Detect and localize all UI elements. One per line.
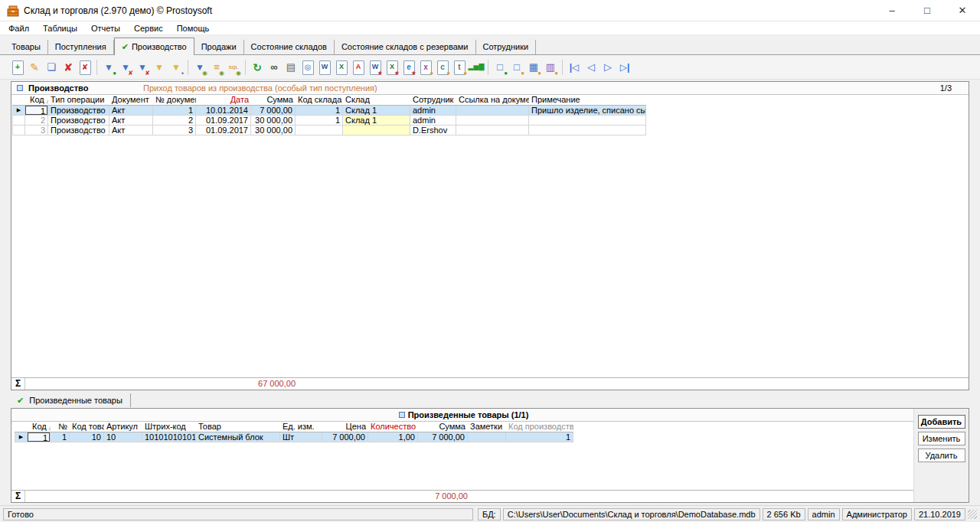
column-header[interactable]: Код склада — [296, 95, 343, 105]
table-row[interactable]: 2ПроизводствоАкт201.09.201730 000,001Скл… — [12, 116, 646, 126]
cell[interactable]: Склад 1 — [343, 116, 410, 126]
cell[interactable]: 1 — [25, 106, 48, 116]
table-row[interactable]: ▶1110101010101010101Системный блокШт7 00… — [15, 432, 573, 442]
cell[interactable]: Пришло изделие, списано сырье — [529, 106, 646, 116]
cell[interactable] — [529, 126, 646, 135]
export-excel-template-icon[interactable]: X★ — [384, 58, 400, 77]
copy-record-icon[interactable]: ❏ — [43, 58, 60, 77]
maximize-button[interactable]: □ — [910, 0, 945, 21]
delete-record-icon[interactable]: ✘ — [60, 58, 77, 77]
column-header[interactable]: Документ — [109, 95, 153, 105]
export-excel-icon[interactable]: X — [333, 58, 350, 77]
set-filter-icon[interactable]: ▼● — [100, 58, 117, 77]
resize-grip[interactable] — [968, 510, 977, 519]
cell[interactable]: 1 — [28, 432, 51, 442]
cell[interactable]: D.Ershov — [410, 126, 456, 135]
column-header[interactable]: Количество — [368, 422, 418, 432]
minimize-button[interactable]: – — [874, 0, 910, 21]
column-header[interactable]: Штрих-код — [142, 422, 196, 432]
cell[interactable]: Акт — [109, 116, 153, 126]
cell[interactable]: 3 — [25, 126, 48, 135]
table-settings-icon[interactable]: ▦● — [525, 58, 542, 77]
column-header[interactable]: № — [51, 422, 70, 432]
column-header[interactable]: Артикул — [104, 422, 142, 432]
cell[interactable]: 1 — [153, 106, 196, 116]
cell[interactable]: Производство — [48, 126, 109, 135]
cell[interactable]: 1,00 — [368, 432, 418, 442]
cell[interactable]: Акт — [109, 106, 153, 116]
cell[interactable]: 1 — [51, 432, 70, 442]
column-header[interactable]: Дата — [196, 95, 251, 105]
cell[interactable]: 3 — [153, 126, 196, 135]
column-header[interactable]: Код△ — [25, 95, 48, 105]
tab-1[interactable]: Поступления — [48, 40, 114, 54]
tab-3[interactable]: Продажи — [194, 40, 244, 54]
cell[interactable]: 01.09.2017 — [196, 116, 251, 126]
column-header[interactable]: Код производства — [506, 422, 573, 432]
cell[interactable]: Производство — [48, 116, 109, 126]
cell[interactable]: 7 000,00 — [418, 432, 468, 442]
export-word-template-icon[interactable]: W★ — [367, 58, 384, 77]
table-row[interactable]: ▶1ПроизводствоАкт110.01.20147 000,001Скл… — [12, 106, 646, 116]
cell[interactable]: Производство — [48, 106, 109, 116]
cell[interactable] — [343, 126, 410, 135]
cell[interactable]: 7 000,00 — [322, 432, 368, 442]
cell[interactable]: 30 000,00 — [251, 116, 296, 126]
nav-prev-icon[interactable]: ◁ — [583, 58, 599, 77]
cell[interactable]: 2 — [25, 116, 48, 126]
column-header[interactable]: Сотрудник — [410, 95, 456, 105]
menu-item-0[interactable]: Файл — [2, 23, 36, 34]
column-header[interactable]: Тип операции — [48, 95, 109, 105]
tab-6[interactable]: Сотрудники — [476, 40, 537, 54]
cell[interactable]: 7 000,00 — [251, 106, 296, 116]
save-filter-icon[interactable]: ▼▪ — [168, 58, 185, 77]
export-pdf-icon[interactable]: A — [350, 58, 367, 77]
edit-button[interactable]: Изменить — [918, 432, 965, 445]
column-header[interactable]: Сумма — [251, 95, 296, 105]
column-header[interactable]: Ссылка на документ — [456, 95, 529, 105]
delete-filtered-icon[interactable]: ✘ — [77, 58, 93, 77]
menu-item-1[interactable]: Таблицы — [36, 23, 84, 34]
refresh-icon[interactable]: ↻ — [249, 58, 266, 77]
nav-next-icon[interactable]: ▷ — [599, 58, 616, 77]
table-row[interactable]: 3ПроизводствоАкт301.09.201730 000,00D.Er… — [12, 126, 646, 135]
quick-filter-icon[interactable]: ▼ — [151, 58, 168, 77]
cell[interactable] — [468, 432, 506, 442]
cell[interactable]: Системный блок — [196, 432, 280, 442]
delete-button[interactable]: Удалить — [918, 449, 965, 462]
tab-2[interactable]: ✔Производство — [114, 38, 194, 55]
cell[interactable] — [456, 116, 529, 126]
cell[interactable]: admin — [410, 106, 456, 116]
column-header[interactable]: Сумма — [418, 422, 468, 432]
tab-4[interactable]: Состояние складов — [244, 40, 335, 54]
find-icon[interactable]: ∞ — [266, 58, 283, 77]
row-selector[interactable] — [12, 116, 25, 126]
remove-filter-icon[interactable]: ▼✘ — [117, 58, 134, 77]
filter-visible-icon[interactable]: ▼◉ — [191, 58, 208, 77]
cell[interactable]: admin — [410, 116, 456, 126]
cell[interactable]: 1 — [506, 432, 573, 442]
cell[interactable]: 30 000,00 — [251, 126, 296, 135]
tab-0[interactable]: Товары — [5, 40, 48, 54]
print-icon[interactable]: ▤ — [283, 58, 299, 77]
clear-filter-icon[interactable]: ▼✘ — [134, 58, 151, 77]
form-edit-icon[interactable]: □● — [508, 58, 525, 77]
cell[interactable]: 10 — [104, 432, 142, 442]
close-button[interactable]: ✕ — [945, 0, 980, 21]
add-button[interactable]: Добавить — [918, 415, 965, 429]
column-header[interactable]: Код△ — [28, 422, 51, 432]
menu-item-2[interactable]: Отчеты — [84, 23, 127, 34]
cell[interactable]: 1 — [296, 116, 343, 126]
row-selector[interactable]: ▶ — [12, 106, 25, 116]
column-header[interactable]: Примечание — [529, 95, 646, 105]
cell[interactable] — [529, 116, 646, 126]
cell[interactable]: Шт — [280, 432, 322, 442]
print-preview-icon[interactable]: ◎ — [299, 58, 316, 77]
filter-tree-icon[interactable]: ≡◉ — [208, 58, 225, 77]
cell[interactable]: 1010101010101 — [142, 432, 196, 442]
cell[interactable]: 10.01.2014 — [196, 106, 251, 116]
column-header[interactable]: Склад — [343, 95, 410, 105]
menu-item-3[interactable]: Сервис — [127, 23, 170, 34]
export-txt-icon[interactable]: t● — [451, 58, 468, 77]
cell[interactable] — [456, 106, 529, 116]
